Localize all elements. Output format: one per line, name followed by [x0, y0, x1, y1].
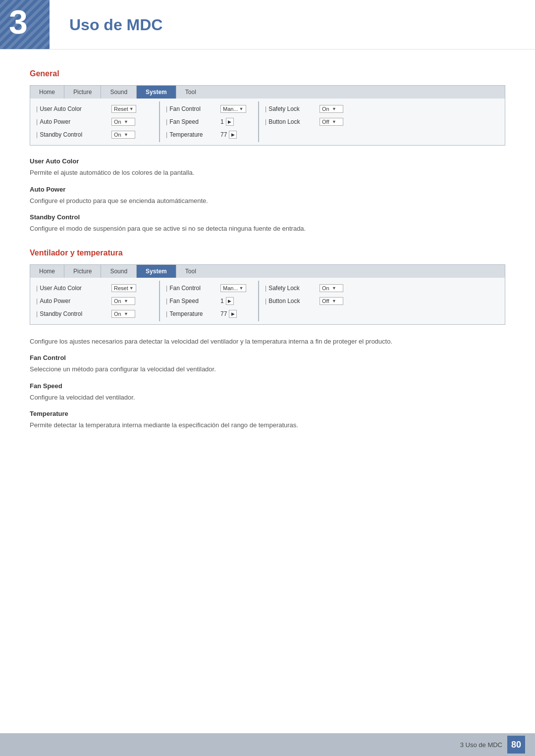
general-col4: Man...▼ 1 ▶ 77 ▶ — [218, 101, 258, 142]
temperature-title: Temperature — [30, 410, 505, 417]
fan-control-title: Fan Control — [30, 354, 505, 361]
standby-control-body: Configure el modo de suspensión para que… — [30, 224, 505, 234]
page-footer: 3 Uso de MDC 80 — [0, 733, 535, 756]
table-row: | Button Lock — [263, 295, 318, 307]
table-row: Reset▼ — [109, 102, 159, 115]
tab-sound-1[interactable]: Sound — [101, 86, 137, 99]
table-row — [318, 307, 357, 320]
ventilador-col3: | Fan Control | Fan Speed | Temperature — [159, 281, 218, 321]
table-row: On▼ — [109, 295, 159, 307]
table-row: | Auto Power — [34, 115, 109, 128]
table-row: | User Auto Color — [34, 102, 109, 115]
table-row: 77 ▶ — [218, 307, 258, 320]
table-row: | Fan Speed — [164, 115, 218, 128]
auto-power-select[interactable]: On▼ — [111, 118, 135, 126]
table-row: 77 ▶ — [218, 128, 258, 141]
v-fan-control-select[interactable]: Man...▼ — [220, 284, 246, 292]
table-row: 1 ▶ — [218, 295, 258, 307]
page-header: 3 Uso de MDC — [0, 0, 535, 50]
ventilador-col1: | User Auto Color | Auto Power | Standby… — [30, 281, 109, 321]
user-auto-color-title: User Auto Color — [30, 157, 505, 165]
table-row: | Safety Lock — [263, 282, 318, 295]
ventilador-col5: | Safety Lock | Button Lock — [258, 281, 318, 321]
user-auto-color-body: Permite el ajuste automático de los colo… — [30, 168, 505, 178]
general-col5: | Safety Lock | Button Lock — [258, 101, 318, 142]
tab-system-1[interactable]: System — [137, 86, 176, 99]
v-temperature-arrow[interactable]: ▶ — [229, 310, 237, 318]
tab-tool-2[interactable]: Tool — [176, 265, 205, 278]
general-table-tabs: Home Picture Sound System Tool — [30, 86, 505, 99]
table-row: | Button Lock — [263, 115, 318, 128]
fan-speed-body: Configure la velocidad del ventilador. — [30, 393, 505, 403]
ventilador-col4: Man...▼ 1 ▶ 77 ▶ — [218, 281, 258, 321]
fan-control-body: Seleccione un método para configurar la … — [30, 364, 505, 374]
table-row: Off▼ — [318, 295, 357, 307]
tab-tool-1[interactable]: Tool — [176, 86, 205, 99]
table-row — [263, 128, 318, 141]
table-row: On▼ — [109, 307, 159, 320]
tab-picture-2[interactable]: Picture — [64, 265, 101, 278]
tab-home-1[interactable]: Home — [30, 86, 64, 99]
table-row: On▼ — [318, 102, 357, 115]
tab-system-2[interactable]: System — [137, 265, 176, 278]
footer-page-number: 80 — [507, 736, 525, 754]
header-stripe: 3 — [0, 0, 59, 50]
general-section: General Home Picture Sound System Tool |… — [30, 69, 505, 234]
general-heading: General — [30, 69, 505, 78]
ventilador-heading: Ventilador y temperatura — [30, 249, 505, 257]
table-row — [318, 128, 357, 141]
v-user-auto-color-select[interactable]: Reset▼ — [111, 284, 136, 292]
standby-control-title: Standby Control — [30, 213, 505, 221]
button-lock-select[interactable]: Off▼ — [320, 118, 343, 126]
table-row: | Fan Control — [164, 282, 218, 295]
main-content: General Home Picture Sound System Tool |… — [0, 64, 535, 472]
table-row: Off▼ — [318, 115, 357, 128]
standby-control-select[interactable]: On▼ — [111, 131, 135, 139]
ventilador-table-body: | User Auto Color | Auto Power | Standby… — [30, 278, 505, 324]
table-row: | Temperature — [164, 128, 218, 141]
table-row: | Standby Control — [34, 128, 109, 141]
v-auto-power-select[interactable]: On▼ — [111, 297, 135, 305]
ventilador-table-tabs: Home Picture Sound System Tool — [30, 265, 505, 278]
table-row: | Fan Speed — [164, 295, 218, 307]
general-col6: On▼ Off▼ — [318, 101, 357, 142]
ventilador-descriptions: Fan Control Seleccione un método para co… — [30, 354, 505, 430]
tab-home-2[interactable]: Home — [30, 265, 64, 278]
table-row: Reset▼ — [109, 282, 159, 295]
table-row: 1 ▶ — [218, 115, 258, 128]
general-col2: Reset▼ On▼ On▼ — [109, 101, 159, 142]
v-button-lock-select[interactable]: Off▼ — [320, 297, 343, 305]
auto-power-title: Auto Power — [30, 186, 505, 193]
fan-speed-title: Fan Speed — [30, 382, 505, 390]
temperature-arrow[interactable]: ▶ — [229, 131, 237, 139]
table-row: | Safety Lock — [263, 102, 318, 115]
ventilador-col2: Reset▼ On▼ On▼ — [109, 281, 159, 321]
table-row: | User Auto Color — [34, 282, 109, 295]
v-fan-speed-arrow[interactable]: ▶ — [226, 297, 234, 305]
fan-control-select[interactable]: Man...▼ — [220, 105, 246, 113]
general-table: Home Picture Sound System Tool | User Au… — [30, 85, 505, 146]
ventilador-col6: On▼ Off▼ — [318, 281, 357, 321]
fan-speed-arrow[interactable]: ▶ — [226, 118, 234, 126]
table-row: On▼ — [109, 115, 159, 128]
table-row: On▼ — [318, 282, 357, 295]
ventilador-table: Home Picture Sound System Tool | User Au… — [30, 264, 505, 325]
user-auto-color-select[interactable]: Reset▼ — [111, 105, 136, 113]
table-row: Man...▼ — [218, 102, 258, 115]
auto-power-body: Configure el producto para que se encien… — [30, 196, 505, 206]
table-row: On▼ — [109, 128, 159, 141]
tab-sound-2[interactable]: Sound — [101, 265, 137, 278]
general-col1: | User Auto Color | Auto Power | Standby… — [30, 101, 109, 142]
table-row: | Temperature — [164, 307, 218, 320]
page-title: Uso de MDC — [69, 15, 162, 34]
table-row — [263, 307, 318, 320]
general-table-body: | User Auto Color | Auto Power | Standby… — [30, 99, 505, 145]
table-row: | Auto Power — [34, 295, 109, 307]
tab-picture-1[interactable]: Picture — [64, 86, 101, 99]
v-standby-control-select[interactable]: On▼ — [111, 310, 135, 318]
safety-lock-select[interactable]: On▼ — [320, 105, 343, 113]
table-row: | Fan Control — [164, 102, 218, 115]
table-row: | Standby Control — [34, 307, 109, 320]
table-row: Man...▼ — [218, 282, 258, 295]
v-safety-lock-select[interactable]: On▼ — [320, 284, 343, 292]
